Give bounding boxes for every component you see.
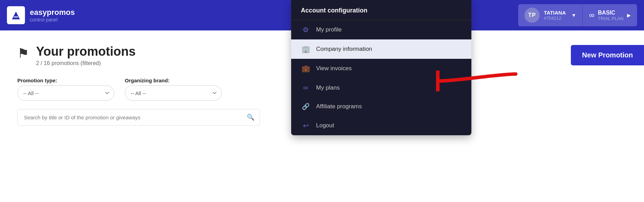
organizing-brand-label: Organizing brand:: [125, 77, 222, 83]
promotion-type-select[interactable]: -- All --: [17, 85, 114, 101]
dropdown-item-my-plans[interactable]: ∞ My plans: [291, 78, 471, 97]
logo-text: easypromos control panel: [30, 8, 75, 22]
logo-area: easypromos control panel: [7, 6, 75, 24]
organizing-brand-filter: Organizing brand: -- All --: [125, 77, 222, 101]
user-id: #754212: [544, 16, 566, 21]
building-icon: 🏢: [301, 45, 311, 53]
dropdown-item-logout[interactable]: ↩ Logout: [291, 116, 471, 135]
page-title: Your promotions: [36, 44, 136, 59]
search-wrapper: 🔍: [17, 109, 260, 126]
logout-label: Logout: [316, 122, 334, 129]
logo-subtitle: control panel: [30, 17, 75, 22]
avatar: TP: [524, 8, 540, 23]
new-promotion-button[interactable]: New Promotion: [571, 45, 644, 65]
affiliate-icon: 🔗: [301, 103, 311, 110]
plan-text: BASIC TRIAL PLAN: [598, 10, 624, 21]
user-area: TP TATIANA #754212 ▼ ∞ BASIC TRIAL PLAN …: [518, 4, 637, 26]
account-dropdown: Account configuration ⚙ My profile 🏢 Com…: [291, 0, 471, 135]
search-input[interactable]: [17, 109, 260, 126]
dropdown-item-my-profile[interactable]: ⚙ My profile: [291, 20, 471, 39]
company-information-label: Company information: [316, 46, 372, 53]
svg-marker-0: [11, 11, 20, 20]
logo-name: easypromos: [30, 8, 75, 17]
my-plans-label: My plans: [316, 84, 340, 91]
my-profile-label: My profile: [316, 26, 342, 33]
dropdown-item-company-information[interactable]: 🏢 Company information: [291, 39, 471, 59]
page-subtitle: 2 / 16 promotions (filtered): [36, 60, 136, 66]
infinity-icon: ∞: [589, 11, 594, 20]
user-badge[interactable]: TP TATIANA #754212 ▼: [518, 4, 582, 26]
user-info: TATIANA #754212: [544, 10, 566, 21]
plan-badge[interactable]: ∞ BASIC TRIAL PLAN ▶: [582, 4, 637, 26]
plan-arrow-icon: ▶: [627, 12, 631, 18]
user-name: TATIANA: [544, 10, 566, 16]
search-icon: 🔍: [247, 113, 254, 121]
promotion-type-filter: Promotion type: -- All --: [17, 77, 114, 101]
plan-name: BASIC: [598, 10, 624, 16]
dropdown-item-view-invoices[interactable]: 💼 View invoices: [291, 59, 471, 78]
promotion-type-label: Promotion type:: [17, 77, 114, 83]
infinity-plan-icon: ∞: [301, 84, 311, 92]
logo-icon: [7, 6, 25, 24]
dropdown-title: Account configuration: [291, 0, 471, 20]
briefcase-icon: 💼: [301, 64, 311, 73]
plan-type: TRIAL PLAN: [598, 16, 624, 21]
flag-icon: ⚑: [17, 46, 29, 61]
organizing-brand-select[interactable]: -- All --: [125, 85, 222, 101]
affiliate-programs-label: Affiliate programs: [316, 103, 362, 110]
gear-icon: ⚙: [301, 26, 311, 34]
page-title-area: Your promotions 2 / 16 promotions (filte…: [36, 44, 136, 66]
dropdown-arrow-icon: ▼: [572, 12, 576, 18]
dropdown-item-affiliate-programs[interactable]: 🔗 Affiliate programs: [291, 97, 471, 116]
logout-icon: ↩: [301, 121, 311, 130]
view-invoices-label: View invoices: [316, 65, 352, 72]
